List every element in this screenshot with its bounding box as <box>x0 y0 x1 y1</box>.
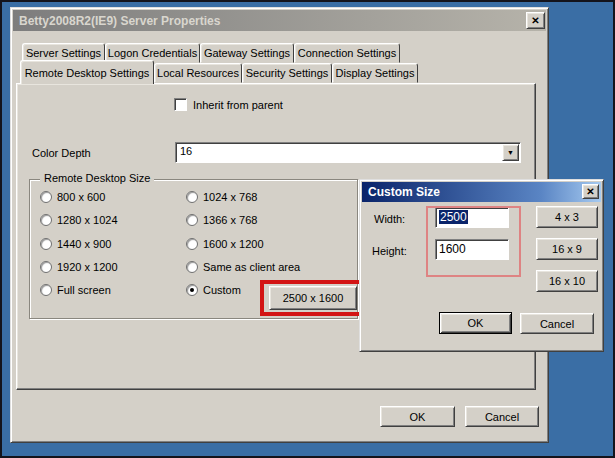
radio-1440x900[interactable] <box>40 238 52 250</box>
ratio-4x3-button[interactable]: 4 x 3 <box>536 206 598 228</box>
tab-security-settings[interactable]: Security Settings <box>242 63 332 83</box>
width-value-selected: 2500 <box>439 210 468 224</box>
tab-connection-settings[interactable]: Connection Settings <box>294 43 400 63</box>
custom-size-value-button[interactable]: 2500 x 1600 <box>269 286 357 310</box>
radio-same-as-client-area-label: Same as client area <box>203 261 300 273</box>
chevron-down-icon: ▼ <box>507 149 514 156</box>
radio-custom[interactable] <box>186 284 198 296</box>
color-depth-dropdown-button[interactable]: ▼ <box>502 144 519 161</box>
ratio-16x9-button[interactable]: 16 x 9 <box>536 238 598 260</box>
tab-remote-desktop-settings[interactable]: Remote Desktop Settings <box>20 60 154 84</box>
main-close-button[interactable]: ✕ <box>526 12 545 29</box>
width-label: Width: <box>374 213 405 225</box>
radio-1600x1200-label: 1600 x 1200 <box>203 238 264 250</box>
tab-label: Server Settings <box>26 47 101 59</box>
radio-1920x1200-label: 1920 x 1200 <box>57 261 118 273</box>
ratio-16x10-button[interactable]: 16 x 10 <box>536 270 598 292</box>
tab-label: Logon Credentials <box>108 47 197 59</box>
radio-1024x768-label: 1024 x 768 <box>203 191 257 203</box>
radio-1600x1200[interactable] <box>186 238 198 250</box>
tab-label: Local Resources <box>157 67 239 79</box>
tab-local-resources[interactable]: Local Resources <box>154 63 242 83</box>
radio-1024x768[interactable] <box>186 191 198 203</box>
height-value: 1600 <box>439 242 466 256</box>
tab-label: Remote Desktop Settings <box>25 67 150 79</box>
radio-1280x1024-label: 1280 x 1024 <box>57 214 118 226</box>
radio-800x600[interactable] <box>40 191 52 203</box>
radio-1366x768-label: 1366 x 768 <box>203 214 257 226</box>
close-icon: ✕ <box>531 15 539 26</box>
radio-1920x1200[interactable] <box>40 261 52 273</box>
custom-size-title: Custom Size <box>368 185 440 199</box>
remote-desktop-size-group-title: Remote Desktop Size <box>40 172 154 184</box>
tab-display-settings[interactable]: Display Settings <box>332 63 418 83</box>
desktop: Betty2008R2(IE9) Server Properties ✕ Ser… <box>0 0 615 458</box>
custom-cancel-button[interactable]: Cancel <box>520 313 594 334</box>
color-depth-value: 16 <box>180 145 192 157</box>
main-dialog-titlebar[interactable]: Betty2008R2(IE9) Server Properties <box>13 10 546 31</box>
tab-label: Gateway Settings <box>204 47 290 59</box>
tab-label: Connection Settings <box>298 47 396 59</box>
radio-800x600-label: 800 x 600 <box>57 191 105 203</box>
custom-size-close-button[interactable]: ✕ <box>582 184 599 199</box>
radio-1440x900-label: 1440 x 900 <box>57 238 111 250</box>
main-cancel-button[interactable]: Cancel <box>465 406 539 427</box>
radio-full-screen-label: Full screen <box>57 284 111 296</box>
radio-1280x1024[interactable] <box>40 214 52 226</box>
tab-gateway-settings[interactable]: Gateway Settings <box>200 43 294 63</box>
radio-1366x768[interactable] <box>186 214 198 226</box>
radio-custom-label: Custom <box>203 284 241 296</box>
height-label: Height: <box>372 245 407 257</box>
close-icon: ✕ <box>586 186 594 197</box>
main-ok-button[interactable]: OK <box>380 406 455 427</box>
custom-ok-button[interactable]: OK <box>439 312 512 334</box>
width-input[interactable]: 2500 <box>435 207 509 228</box>
tab-label: Security Settings <box>246 67 329 79</box>
radio-full-screen[interactable] <box>40 284 52 296</box>
main-dialog-title: Betty2008R2(IE9) Server Properties <box>19 14 220 28</box>
color-depth-combobox[interactable]: 16 ▼ <box>175 142 521 163</box>
color-depth-label: Color Depth <box>32 147 91 159</box>
inherit-from-parent-label: Inherit from parent <box>193 99 283 111</box>
radio-same-as-client-area[interactable] <box>186 261 198 273</box>
tab-label: Display Settings <box>336 67 415 79</box>
inherit-from-parent-checkbox[interactable] <box>174 98 187 111</box>
custom-size-titlebar[interactable]: Custom Size <box>362 182 601 202</box>
height-input[interactable]: 1600 <box>435 239 509 260</box>
